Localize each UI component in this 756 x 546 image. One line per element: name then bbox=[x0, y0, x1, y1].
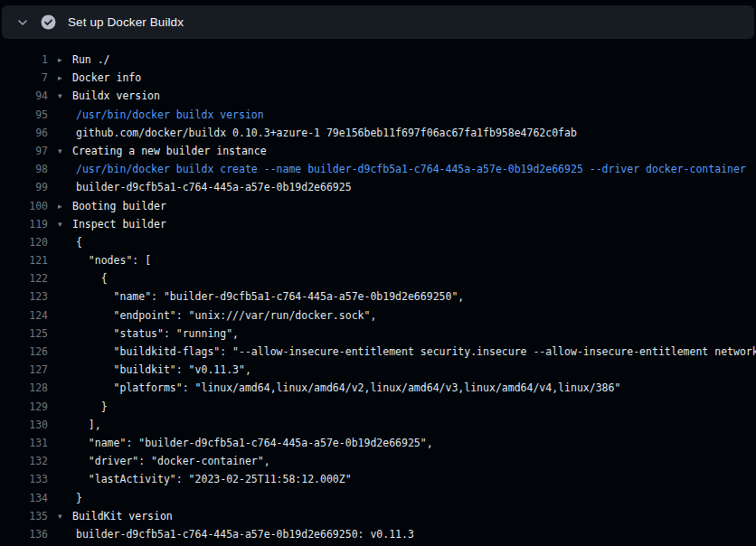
triangle-right-icon[interactable]: ▸ bbox=[48, 197, 72, 215]
log-group-row[interactable]: 97▾Creating a new builder instance bbox=[0, 142, 756, 160]
log-group-row[interactable]: 1▸Run ./ bbox=[0, 51, 756, 69]
triangle-down-icon[interactable]: ▾ bbox=[48, 142, 72, 160]
line-number[interactable]: 119 bbox=[0, 215, 48, 233]
log-line: 121 "nodes": [ bbox=[0, 251, 756, 269]
step-title: Set up Docker Buildx bbox=[68, 15, 184, 29]
line-number[interactable]: 126 bbox=[0, 343, 48, 361]
toggle-spacer bbox=[48, 379, 72, 397]
output-text: builder-d9cfb5a1-c764-445a-a57e-0b19d2e6… bbox=[72, 178, 756, 196]
log-group-row[interactable]: 119▾Inspect builder bbox=[0, 215, 756, 233]
output-text: "nodes": [ bbox=[72, 251, 756, 269]
log-group-row[interactable]: 94▾Buildx version bbox=[0, 87, 756, 105]
toggle-spacer bbox=[48, 434, 72, 452]
output-text: "name": "builder-d9cfb5a1-c764-445a-a57e… bbox=[72, 287, 756, 306]
group-title: Buildx version bbox=[72, 87, 756, 105]
line-number[interactable]: 136 bbox=[0, 525, 48, 543]
line-number[interactable]: 96 bbox=[0, 124, 48, 142]
line-number[interactable]: 129 bbox=[0, 398, 48, 416]
group-title: BuildKit version bbox=[72, 507, 756, 525]
log-line: 127 "buildkit": "v0.11.3", bbox=[0, 361, 756, 379]
output-text: "buildkit": "v0.11.3", bbox=[72, 361, 756, 379]
line-number[interactable]: 125 bbox=[0, 325, 48, 343]
line-number[interactable]: 132 bbox=[0, 452, 48, 470]
log-line: 99builder-d9cfb5a1-c764-445a-a57e-0b19d2… bbox=[0, 178, 756, 196]
log-line: 125 "status": "running", bbox=[0, 325, 756, 343]
log-group-row[interactable]: 135▾BuildKit version bbox=[0, 507, 756, 525]
log-line: 129 } bbox=[0, 398, 756, 416]
toggle-spacer bbox=[48, 178, 72, 196]
line-number[interactable]: 135 bbox=[0, 507, 48, 525]
toggle-spacer bbox=[48, 160, 72, 178]
chevron-down-icon[interactable] bbox=[17, 17, 28, 28]
triangle-down-icon[interactable]: ▾ bbox=[48, 215, 72, 233]
toggle-spacer bbox=[48, 287, 72, 306]
log-line: 131 "name": "builder-d9cfb5a1-c764-445a-… bbox=[0, 434, 756, 452]
output-text: { bbox=[72, 233, 756, 251]
group-title: Inspect builder bbox=[72, 215, 756, 233]
log-line: 136builder-d9cfb5a1-c764-445a-a57e-0b19d… bbox=[0, 525, 756, 543]
line-number[interactable]: 100 bbox=[0, 197, 48, 215]
output-text: "lastActivity": "2023-02-25T11:58:12.000… bbox=[72, 470, 756, 488]
log-line: 134} bbox=[0, 489, 756, 507]
line-number[interactable]: 122 bbox=[0, 269, 48, 287]
output-text: "endpoint": "unix:///var/run/docker.sock… bbox=[72, 306, 756, 325]
toggle-spacer bbox=[48, 470, 72, 488]
line-number[interactable]: 97 bbox=[0, 142, 48, 160]
log-line: 95/usr/bin/docker buildx version bbox=[0, 106, 756, 124]
toggle-spacer bbox=[48, 361, 72, 379]
line-number[interactable]: 7 bbox=[0, 69, 48, 87]
command-text: /usr/bin/docker buildx create --name bui… bbox=[72, 160, 756, 178]
triangle-down-icon[interactable]: ▾ bbox=[48, 87, 72, 105]
line-number[interactable]: 120 bbox=[0, 233, 48, 251]
line-number[interactable]: 95 bbox=[0, 106, 48, 124]
command-text: /usr/bin/docker buildx version bbox=[72, 106, 756, 124]
group-title: Docker info bbox=[72, 69, 756, 87]
triangle-right-icon[interactable]: ▸ bbox=[48, 69, 72, 87]
output-text: github.com/docker/buildx 0.10.3+azure-1 … bbox=[72, 124, 756, 142]
line-number[interactable]: 123 bbox=[0, 287, 48, 306]
log-line: 124 "endpoint": "unix:///var/run/docker.… bbox=[0, 306, 756, 325]
line-number[interactable]: 1 bbox=[0, 51, 48, 69]
toggle-spacer bbox=[48, 525, 72, 543]
log-line: 96github.com/docker/buildx 0.10.3+azure-… bbox=[0, 124, 756, 142]
toggle-spacer bbox=[48, 489, 72, 507]
line-number[interactable]: 131 bbox=[0, 434, 48, 452]
output-text: builder-d9cfb5a1-c764-445a-a57e-0b19d2e6… bbox=[72, 525, 756, 543]
output-text: "status": "running", bbox=[72, 325, 756, 343]
log-line: 126 "buildkitd-flags": "--allow-insecure… bbox=[0, 343, 756, 361]
line-number[interactable]: 128 bbox=[0, 379, 48, 397]
log-line: 123 "name": "builder-d9cfb5a1-c764-445a-… bbox=[0, 287, 756, 306]
toggle-spacer bbox=[48, 452, 72, 470]
line-number[interactable]: 98 bbox=[0, 160, 48, 178]
line-number[interactable]: 133 bbox=[0, 470, 48, 488]
check-circle-icon bbox=[41, 14, 56, 30]
toggle-spacer bbox=[48, 398, 72, 416]
toggle-spacer bbox=[48, 325, 72, 343]
output-text: "buildkitd-flags": "--allow-insecure-ent… bbox=[72, 343, 756, 361]
toggle-spacer bbox=[48, 343, 72, 361]
toggle-spacer bbox=[48, 106, 72, 124]
toggle-spacer bbox=[48, 306, 72, 325]
line-number[interactable]: 127 bbox=[0, 361, 48, 379]
step-header[interactable]: Set up Docker Buildx bbox=[2, 5, 754, 39]
log-group-row[interactable]: 7▸Docker info bbox=[0, 69, 756, 87]
line-number[interactable]: 134 bbox=[0, 489, 48, 507]
output-text: "platforms": "linux/amd64,linux/amd64/v2… bbox=[72, 379, 756, 397]
log-group-row[interactable]: 100▸Booting builder bbox=[0, 197, 756, 215]
output-text: "name": "builder-d9cfb5a1-c764-445a-a57e… bbox=[72, 434, 756, 452]
line-number[interactable]: 130 bbox=[0, 416, 48, 434]
line-number[interactable]: 99 bbox=[0, 178, 48, 196]
log-line: 133 "lastActivity": "2023-02-25T11:58:12… bbox=[0, 470, 756, 488]
triangle-down-icon[interactable]: ▾ bbox=[48, 507, 72, 525]
toggle-spacer bbox=[48, 233, 72, 251]
line-number[interactable]: 94 bbox=[0, 87, 48, 105]
output-text: } bbox=[72, 489, 756, 507]
toggle-spacer bbox=[48, 269, 72, 287]
triangle-right-icon[interactable]: ▸ bbox=[48, 51, 72, 69]
line-number[interactable]: 124 bbox=[0, 306, 48, 325]
log-line: 130 ], bbox=[0, 416, 756, 434]
toggle-spacer bbox=[48, 251, 72, 269]
line-number[interactable]: 121 bbox=[0, 251, 48, 269]
log-line: 132 "driver": "docker-container", bbox=[0, 452, 756, 470]
output-text: ], bbox=[72, 416, 756, 434]
